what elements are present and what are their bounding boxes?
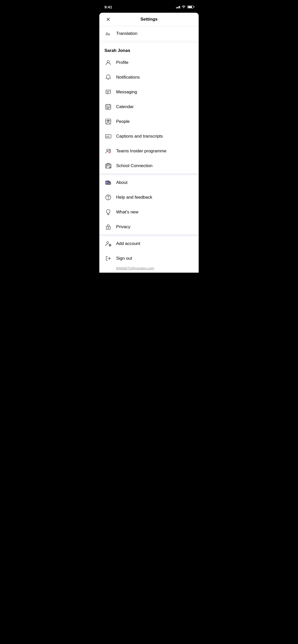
svg-point-34 <box>107 242 109 244</box>
settings-sheet: Settings あ A Translation Sarah Jonas Pro… <box>99 13 199 273</box>
section-divider-2 <box>99 234 199 236</box>
person-icon <box>104 59 112 66</box>
svg-rect-11 <box>107 107 107 108</box>
bell-icon <box>104 74 112 81</box>
user-name: Sarah Jonas <box>104 48 130 53</box>
section-divider-1 <box>99 173 199 175</box>
school-connection-label: School Connection <box>116 163 153 168</box>
about-item[interactable]: T About <box>99 175 199 190</box>
page-title: Settings <box>140 17 157 22</box>
svg-text:A: A <box>108 33 110 36</box>
profile-label: Profile <box>116 60 128 65</box>
battery-icon <box>187 5 194 8</box>
lock-icon <box>104 223 112 231</box>
messaging-label: Messaging <box>116 90 137 95</box>
user-section-header: Sarah Jonas <box>99 43 199 55</box>
calendar-label: Calendar <box>116 104 134 109</box>
about-label: About <box>116 180 127 185</box>
teams-icon: T <box>104 179 112 186</box>
svg-point-33 <box>108 228 109 228</box>
sign-out-item[interactable]: Sign out <box>99 251 199 266</box>
svg-rect-12 <box>108 107 109 108</box>
school-connection-item[interactable]: School Connection <box>99 158 199 173</box>
svg-point-22 <box>109 149 111 151</box>
people-icon <box>104 118 112 125</box>
translation-icon: あ A <box>104 30 112 37</box>
wifi-icon <box>182 5 186 9</box>
captions-label: Captions and transcripts <box>116 134 163 139</box>
privacy-item[interactable]: Privacy <box>99 219 199 234</box>
svg-point-27 <box>109 182 110 183</box>
close-button[interactable] <box>104 16 112 23</box>
whats-new-label: What's new <box>116 210 138 215</box>
school-icon <box>104 162 112 170</box>
status-icons <box>176 5 194 9</box>
notifications-item[interactable]: Notifications <box>99 70 199 85</box>
sign-out-icon <box>104 255 112 262</box>
people-label: People <box>116 119 130 124</box>
sign-out-label: Sign out <box>116 256 132 261</box>
help-item[interactable]: Help and feedback <box>99 190 199 205</box>
captions-item[interactable]: CC Captions and transcripts <box>99 129 199 144</box>
translation-item[interactable]: あ A Translation <box>99 26 199 41</box>
sign-out-email: 60d3d271@moodiou.com <box>99 266 199 273</box>
settings-header: Settings <box>99 13 199 26</box>
svg-text:T: T <box>106 182 108 184</box>
profile-item[interactable]: Profile <box>99 55 199 70</box>
help-icon <box>104 194 112 201</box>
messaging-item[interactable]: Messaging <box>99 85 199 99</box>
add-account-label: Add account <box>116 241 140 246</box>
calendar-item[interactable]: Calendar <box>99 99 199 114</box>
status-time: 9:41 <box>104 5 112 9</box>
whats-new-item[interactable]: What's new <box>99 205 199 219</box>
lightbulb-icon <box>104 208 112 216</box>
translation-label: Translation <box>116 31 137 36</box>
svg-point-4 <box>107 61 110 63</box>
svg-point-29 <box>108 199 109 199</box>
calendar-icon <box>104 103 112 111</box>
svg-rect-13 <box>109 107 110 108</box>
people-item[interactable]: People <box>99 114 199 129</box>
add-account-icon <box>104 240 112 247</box>
svg-text:CC: CC <box>106 135 110 138</box>
status-bar: 9:41 <box>99 0 199 13</box>
add-account-item[interactable]: Add account <box>99 236 199 251</box>
teams-insider-icon <box>104 147 112 155</box>
teams-insider-item[interactable]: Teams Insider programme <box>99 144 199 158</box>
signal-bars-icon <box>176 5 180 8</box>
svg-point-21 <box>107 149 109 151</box>
chat-icon <box>104 88 112 96</box>
cc-icon: CC <box>104 133 112 140</box>
notifications-label: Notifications <box>116 75 140 80</box>
svg-rect-15 <box>108 108 109 109</box>
help-label: Help and feedback <box>116 195 152 200</box>
svg-rect-14 <box>107 108 107 109</box>
privacy-label: Privacy <box>116 224 130 229</box>
teams-insider-label: Teams Insider programme <box>116 149 166 154</box>
